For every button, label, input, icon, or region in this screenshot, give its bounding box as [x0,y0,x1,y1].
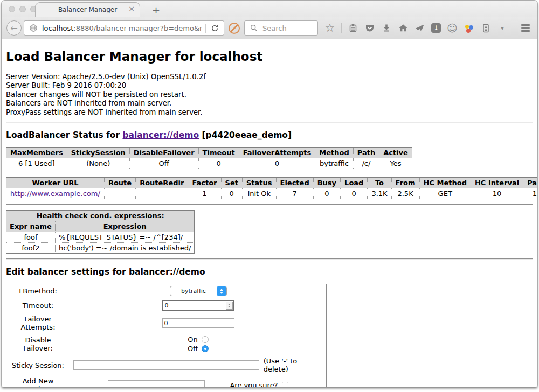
download-panel-icon[interactable]: ↓ [431,23,441,33]
search-box[interactable] [244,20,318,36]
col-expr-name: Expr name [6,221,56,232]
number-spinner-icon[interactable] [226,302,233,310]
col-passes: Passes [523,178,537,188]
extension-list-icon[interactable] [480,22,491,34]
sticky-session-input[interactable] [73,360,259,370]
url-bar[interactable]: localhost:8880/balancer-manager?b=demo&n… [24,20,224,36]
col-hc-interval: HC Interval [471,178,523,188]
url-text[interactable]: localhost:8880/balancer-manager?b=demo&n… [42,24,202,32]
lbmethod-row: LBmethod: bytraffic [6,284,327,298]
color-dots [464,23,474,33]
pocket-icon[interactable] [364,22,375,34]
send-page-icon[interactable] [414,22,425,34]
val-route [104,188,135,199]
navigation-toolbar: ← localhost:8880/balancer-manager?b=demo… [2,17,537,39]
radio-on-label: On [188,335,197,344]
sticky-session-row: Sticky Session: (Use '-' to delete) [6,355,327,375]
disable-failover-cell: On Off [70,333,327,355]
val-load: 0 [341,188,368,199]
failover-off-radio[interactable] [202,345,209,352]
timeout-cell: 0 [70,298,327,313]
toolbar-buttons: ☆ ↓ ☺ ▾ [324,22,538,34]
val-failoverattempts: 0 [239,158,315,169]
close-window-button[interactable] [9,6,15,12]
val-elected: 7 [276,188,313,199]
col-set: Set [221,178,242,188]
downloads-icon[interactable] [381,22,392,34]
add-worker-input[interactable] [108,380,205,387]
tab-title: Balancer Manager [58,6,117,13]
health-title-row: Health check cond. expressions: [6,211,195,221]
col-failoverattempts: FailoverAttempts [239,148,315,158]
hamburger-bars [521,24,530,32]
val-active: Yes [379,158,412,169]
sticky-session-cell: (Use '-' to delete) [70,355,327,375]
tab-close-icon[interactable]: × [128,5,135,12]
edit-balancer-form: LBmethod: bytraffic Timeout: 0 [6,284,327,387]
edit-settings-heading: Edit balancer settings for balancer://de… [6,267,533,277]
col-load: Load [341,178,368,188]
search-input[interactable] [262,24,311,32]
val-passes: 1 (0) [523,188,537,199]
section-divider [6,258,533,260]
col-status: Status [242,178,276,188]
globe-icon [28,22,39,34]
content-blocked-icon[interactable] [229,23,240,34]
minimize-window-button[interactable] [19,6,26,12]
col-timeout: Timeout [198,148,239,158]
are-you-sure-checkbox[interactable] [282,382,288,387]
col-path: Path [353,148,379,158]
reload-icon[interactable] [209,22,220,34]
balancer-demo-link[interactable]: balancer://demo [122,130,199,140]
health-row-foof2: foof2 hc('body') =~ /domain is establish… [6,243,195,254]
status-heading-prefix: LoadBalancer Status for [6,130,122,140]
failover-label: Failover Attempts: [6,313,70,333]
failover-on-radio[interactable] [202,336,209,343]
worker-url-link[interactable]: http://www.example.com/ [10,190,100,198]
toolbar-divider [341,23,342,33]
val-expr-name-2: foof2 [6,243,56,254]
val-routeredir [136,188,188,199]
lbmethod-select[interactable]: bytraffic [170,286,227,296]
val-disablefailover: Off [129,158,198,169]
col-active: Active [379,148,412,158]
overflow-caret-icon[interactable]: ▾ [497,22,508,34]
failover-attempts-input[interactable] [162,318,234,328]
disable-failover-label: Disable Failover: [6,333,70,355]
feedback-smiley-icon[interactable]: ☺ [447,22,458,34]
back-button[interactable]: ← [6,20,22,36]
col-hc-method: HC Method [419,178,471,188]
lbmethod-label: LBmethod: [6,284,70,298]
disable-failover-row: Disable Failover: On Off [6,333,327,355]
val-set: 0 [221,188,242,199]
bookmark-star-icon[interactable]: ☆ [324,22,335,34]
balancer-status-table: MaxMembers StickySession DisableFailover… [6,147,412,169]
toolbar-divider [514,23,514,33]
menu-hamburger-icon[interactable] [520,22,531,34]
sticky-session-label: Sticky Session: [6,355,70,375]
col-method: Method [315,148,353,158]
val-to: 3.1K [368,188,391,199]
home-icon[interactable] [398,22,409,34]
are-you-sure-label: Are you sure? [230,381,278,387]
timeout-input[interactable]: 0 [162,300,234,311]
section-divider [6,122,533,123]
val-factor: 1 [188,188,221,199]
browser-window: Balancer Manager × + ← localhost:8880/ba… [1,0,538,387]
reading-list-icon[interactable] [348,22,358,34]
proxypass-notice-line: ProxyPass settings are NOT inherited fro… [6,108,533,117]
col-stickysession: StickySession [67,148,129,158]
tab-balancer-manager[interactable]: Balancer Manager × [35,2,140,17]
val-expression-2: hc('body') =~ /domain is established/ [55,243,195,254]
server-version-line: Server Version: Apache/2.5.0-dev (Unix) … [6,73,533,81]
add-worker-label: Add New Worker: [6,375,70,387]
val-maxmembers: 6 [1 Used] [6,158,67,169]
val-expr-name-1: foof [6,232,56,243]
tab-bar: Balancer Manager × + [2,1,537,17]
add-worker-cell: Are you sure? [70,375,327,387]
val-hc-method: GET [419,188,471,199]
new-tab-button[interactable]: + [149,5,163,15]
extension-colors-icon[interactable] [464,22,474,34]
val-from: 2.5K [391,188,419,199]
tab-groups-icon[interactable] [537,22,538,34]
